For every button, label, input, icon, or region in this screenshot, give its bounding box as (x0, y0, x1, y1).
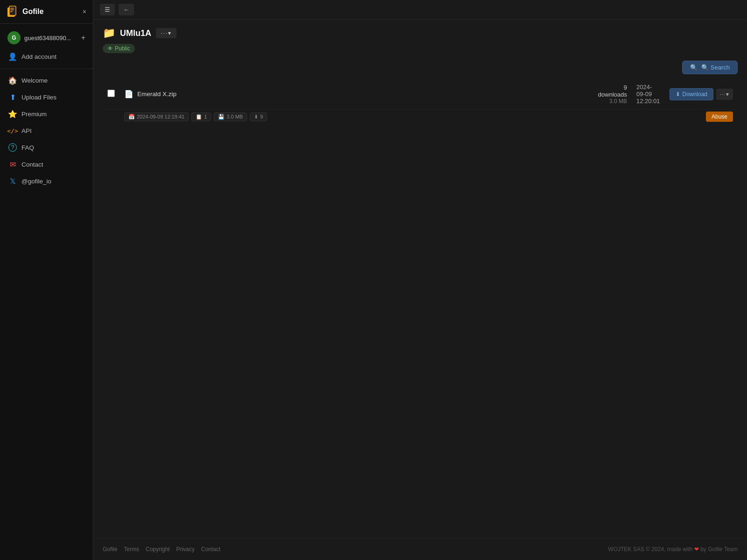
add-account-item[interactable]: 👤 Add account (5, 48, 88, 65)
meta-size-tag: 💾 3.0 MB (214, 112, 247, 121)
sidebar-item-twitter[interactable]: 𝕏 @gofile_io (5, 173, 88, 189)
file-name: Emerald X.zip (137, 91, 176, 98)
folder-menu-button[interactable]: ···▾ (156, 28, 176, 38)
meta-downloads-tag: ⬇ 9 (250, 112, 267, 121)
file-size: 3.0 MB (598, 98, 627, 105)
close-sidebar-button[interactable]: × (83, 8, 86, 15)
add-account-icon: 👤 (8, 52, 17, 61)
folder-icon: 📁 (103, 27, 115, 39)
sidebar-item-faq[interactable]: ? FAQ (5, 139, 88, 156)
meta-date: 2024-09-09 12:19:41 (137, 114, 184, 119)
mail-icon: ✉ (8, 160, 17, 168)
content-area: 📁 UMlu1A ···▾ 👁 Public 🔍 🔍 Search (93, 20, 747, 538)
size-icon: 💾 (218, 114, 225, 120)
sidebar-item-api[interactable]: </> API (5, 122, 88, 139)
expand-icon: + (81, 34, 85, 42)
add-account-label: Add account (21, 53, 56, 60)
topbar: ☰ ← (93, 0, 747, 20)
file-table: 📄 Emerald X.zip 9 downloads 3.0 MB 2024-… (103, 79, 738, 127)
public-badge-label: Public (115, 45, 130, 52)
heart-icon: ❤ (694, 546, 699, 553)
menu-button[interactable]: ☰ (100, 4, 115, 15)
code-icon: </> (8, 126, 17, 135)
footer-link-contact[interactable]: Contact (201, 546, 220, 553)
search-button[interactable]: 🔍 🔍 Search (682, 61, 738, 74)
file-meta-row: 📅 2024-09-09 12:19:41 📋 1 💾 3.0 MB (103, 110, 738, 128)
user-item[interactable]: G guest63488090... + (5, 28, 88, 48)
username-label: guest63488090... (24, 35, 78, 42)
footer-link-privacy[interactable]: Privacy (176, 546, 194, 553)
footer-link-copyright[interactable]: Copyright (146, 546, 169, 553)
sidebar-item-welcome-label: Welcome (21, 77, 48, 84)
app-title: Gofile (22, 7, 43, 16)
footer: Gofile Terms Copyright Privacy Contact W… (93, 538, 747, 560)
sidebar-item-premium[interactable]: ⭐ Premium (5, 105, 88, 122)
abuse-button[interactable]: Abuse (706, 112, 733, 122)
star-icon: ⭐ (8, 110, 17, 118)
folder-name: UMlu1A (120, 28, 151, 38)
sidebar-item-twitter-label: @gofile_io (21, 178, 51, 185)
nav-items: 🏠 Welcome ⬆ Upload Files ⭐ Premium </> A… (0, 69, 93, 560)
sidebar-item-upload[interactable]: ⬆ Upload Files (5, 89, 88, 105)
footer-credit: WOJTEK SAS © 2024, made with ❤ by Gofile… (608, 546, 738, 553)
zip-file-icon: 📄 (124, 90, 134, 98)
folder-header: 📁 UMlu1A ···▾ (103, 27, 738, 39)
main-content: ☰ ← 📁 UMlu1A ···▾ 👁 Public 🔍 🔍 Search (93, 0, 747, 560)
meta-files-count: 1 (204, 114, 207, 119)
files-icon: 📋 (196, 114, 202, 120)
download-button[interactable]: ⬇ Download (669, 88, 713, 100)
svg-rect-3 (10, 10, 14, 11)
faq-icon: ? (8, 143, 17, 152)
svg-rect-1 (9, 6, 16, 15)
public-badge: 👁 Public (103, 44, 135, 53)
sidebar-item-welcome[interactable]: 🏠 Welcome (5, 72, 88, 89)
twitter-icon: 𝕏 (8, 177, 17, 185)
user-section: G guest63488090... + 👤 Add account (0, 24, 93, 69)
file-date: 2024-09-09 12:20:01 (636, 84, 660, 105)
back-button[interactable]: ← (119, 4, 134, 15)
download-count-icon: ⬇ (254, 114, 258, 120)
gofile-logo-icon (7, 6, 19, 18)
avatar: G (7, 31, 21, 44)
meta-size: 3.0 MB (226, 114, 243, 119)
sidebar-item-upload-label: Upload Files (21, 94, 56, 101)
sidebar-item-contact-label: Contact (21, 161, 43, 168)
sidebar-item-premium-label: Premium (21, 111, 47, 118)
download-icon: ⬇ (676, 91, 680, 98)
home-icon: 🏠 (8, 76, 17, 84)
date-cell: 2024-09-09 12:20:01 (632, 79, 665, 110)
eye-icon: 👁 (107, 45, 113, 52)
meta-date-tag: 📅 2024-09-09 12:19:41 (124, 112, 189, 121)
actions-cell: ⬇ Download ···▾ (665, 79, 738, 110)
search-area: 🔍 🔍 Search (103, 61, 738, 74)
sidebar-header: Gofile × (0, 0, 93, 24)
logo-area: Gofile (7, 6, 43, 18)
meta-files-tag: 📋 1 (191, 112, 211, 121)
file-checkbox[interactable] (107, 90, 115, 97)
search-icon: 🔍 (690, 64, 698, 71)
svg-rect-4 (10, 11, 13, 12)
action-buttons: ⬇ Download ···▾ (669, 88, 733, 100)
svg-rect-2 (10, 8, 14, 9)
sidebar: Gofile × G guest63488090... + 👤 Add acco… (0, 0, 93, 560)
file-name-cell: 📄 Emerald X.zip (124, 90, 579, 98)
footer-links: Gofile Terms Copyright Privacy Contact (103, 546, 220, 553)
sidebar-item-contact[interactable]: ✉ Contact (5, 156, 88, 173)
search-label: 🔍 Search (701, 64, 730, 71)
file-meta-tags: 📅 2024-09-09 12:19:41 📋 1 💾 3.0 MB (124, 112, 267, 121)
folder-meta: 👁 Public (103, 44, 738, 53)
footer-link-terms[interactable]: Terms (124, 546, 139, 553)
downloads-count: 9 downloads (598, 84, 627, 98)
meta-downloads-count: 9 (260, 114, 263, 119)
table-row: 📄 Emerald X.zip 9 downloads 3.0 MB 2024-… (103, 79, 738, 110)
sidebar-item-faq-label: FAQ (21, 144, 34, 151)
download-label: Download (683, 91, 707, 98)
upload-icon: ⬆ (8, 93, 17, 101)
footer-link-gofile[interactable]: Gofile (103, 546, 117, 553)
downloads-cell: 9 downloads 3.0 MB (593, 79, 632, 110)
calendar-icon: 📅 (128, 114, 135, 120)
sidebar-item-api-label: API (21, 127, 32, 134)
more-options-button[interactable]: ···▾ (716, 89, 733, 100)
